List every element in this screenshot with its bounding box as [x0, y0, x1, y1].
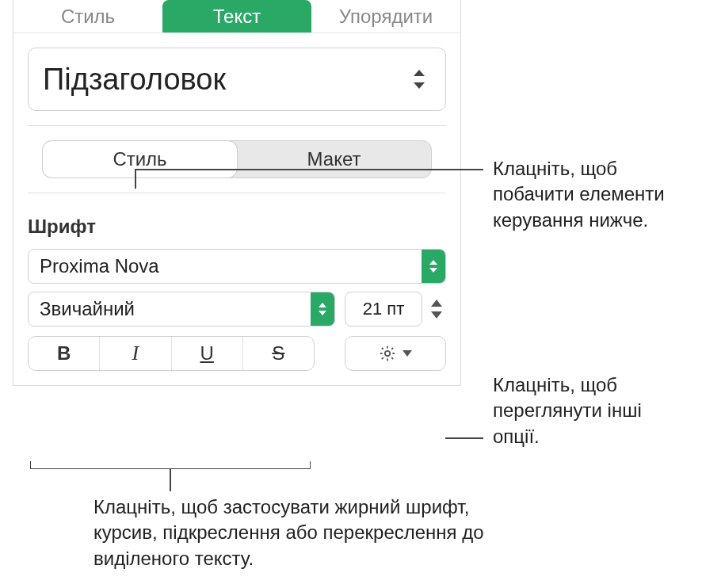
style-button-row: B I U S [28, 336, 446, 371]
bold-icon: B [57, 342, 71, 365]
italic-icon: I [132, 342, 139, 365]
svg-point-0 [385, 351, 390, 356]
callout-gear: Клацніть, щоб переглянути інші опції. [493, 372, 691, 449]
strikethrough-button[interactable]: S [243, 337, 314, 370]
subtab-style[interactable]: Стиль [43, 141, 237, 178]
updown-chevron-icon [410, 68, 428, 90]
paragraph-style-select[interactable]: Підзаголовок [28, 48, 446, 111]
font-size-field[interactable]: 21 пт [345, 292, 422, 326]
tab-style[interactable]: Стиль [13, 0, 162, 32]
divider [28, 193, 446, 193]
advanced-options-button[interactable] [345, 336, 446, 371]
sub-tabs: Стиль Макет [42, 140, 432, 178]
gear-icon [379, 345, 396, 362]
top-tabs: Стиль Текст Упорядити [13, 0, 460, 33]
callout-line [445, 437, 483, 439]
underline-button[interactable]: U [172, 337, 243, 370]
font-section-label: Шрифт [28, 216, 446, 238]
popup-arrows-icon [311, 292, 334, 326]
size-step-down[interactable] [431, 311, 442, 319]
format-inspector-panel: Стиль Текст Упорядити Підзаголовок Стиль… [13, 0, 461, 386]
italic-button[interactable]: I [100, 337, 171, 370]
bold-button[interactable]: B [29, 337, 100, 370]
chevron-down-icon [403, 350, 412, 357]
tab-arrange[interactable]: Упорядити [311, 0, 460, 32]
font-size-control: 21 пт [345, 292, 446, 326]
typeface-value: Звичайний [40, 298, 135, 320]
divider [28, 125, 446, 126]
subtab-layout[interactable]: Макет [237, 141, 431, 178]
size-step-up[interactable] [431, 300, 442, 307]
underline-icon: U [200, 342, 213, 365]
callout-bracket [30, 461, 311, 469]
font-size-stepper [427, 292, 446, 326]
tab-text[interactable]: Текст [162, 0, 311, 32]
font-row-2: Звичайний 21 пт [28, 292, 446, 326]
callout-style-group: Клацніть, щоб застосувати жирний шрифт, … [93, 494, 498, 571]
text-style-group: B I U S [28, 336, 315, 371]
callout-style-tab: Клацніть, щоб побачити елементи керуванн… [493, 156, 699, 233]
callout-line [135, 169, 136, 189]
callout-line [135, 169, 483, 170]
font-family-select[interactable]: Proxima Nova [28, 249, 446, 284]
callout-line [170, 469, 171, 491]
paragraph-style-label: Підзаголовок [43, 63, 226, 97]
strikethrough-icon: S [272, 342, 284, 365]
popup-arrows-icon [422, 250, 445, 283]
font-family-value: Proxima Nova [40, 255, 159, 277]
typeface-select[interactable]: Звичайний [28, 292, 335, 326]
